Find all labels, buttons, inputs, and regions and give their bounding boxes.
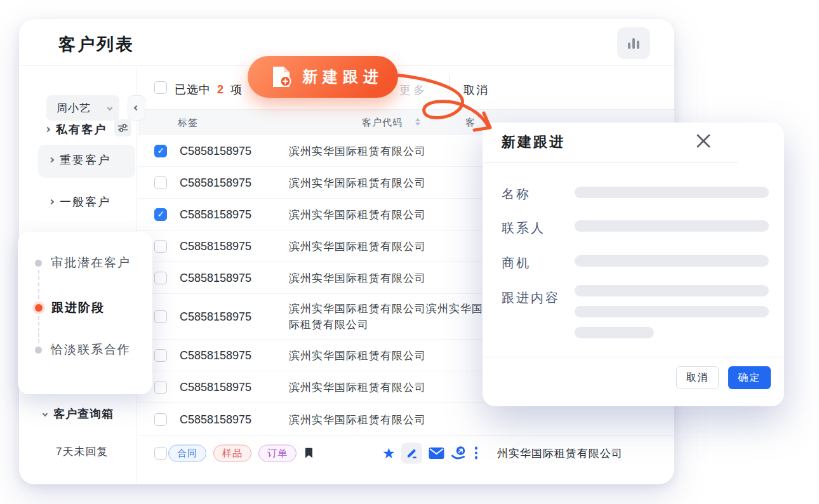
customer-code: C5858158975 xyxy=(180,380,251,394)
stage-label: 恰淡联系合作 xyxy=(51,342,131,358)
column-header-tag: 标签 xyxy=(178,117,198,129)
customer-name: 滨州实华国际租赁有限公司 xyxy=(289,270,491,286)
row-checkbox[interactable] xyxy=(154,310,167,323)
chevron-down-icon xyxy=(107,105,112,110)
sliders-icon xyxy=(118,124,128,132)
bookmark-icon[interactable] xyxy=(305,448,313,458)
modal-cancel-button[interactable]: 取消 xyxy=(676,366,719,389)
table-row: C5858158975 滨州实华国际租赁有限公司 xyxy=(138,403,674,436)
row-checkbox[interactable] xyxy=(154,145,167,157)
tag-contract: 合同 xyxy=(168,444,206,461)
stage-connector xyxy=(38,270,39,299)
field-label-name: 名称 xyxy=(502,185,531,202)
chevron-right-icon xyxy=(49,199,54,204)
field-label-opportunity: 商机 xyxy=(502,255,531,272)
more-dots-icon[interactable] xyxy=(475,447,478,460)
sidebar-item-7day-no-reply[interactable]: 7天未回复 xyxy=(56,444,108,459)
chart-button[interactable] xyxy=(617,27,650,59)
tag-list: 合同 样品 订单 xyxy=(168,444,313,461)
stage-dot-icon xyxy=(35,347,42,354)
document-add-icon xyxy=(272,65,292,88)
modal-header-divider xyxy=(483,162,738,162)
user-select[interactable]: 周小艺 xyxy=(46,95,119,121)
row-checkbox[interactable] xyxy=(154,176,167,189)
row-checkbox[interactable] xyxy=(154,240,167,253)
skeleton-bar xyxy=(575,255,769,267)
sidebar-item-important-customers-label[interactable]: 重要客户 xyxy=(50,152,110,168)
close-icon[interactable] xyxy=(694,131,713,150)
customer-code: C5858158975 xyxy=(180,208,251,221)
table-row-actions: 合同 样品 订单 ★ xyxy=(138,436,674,470)
stage-item-negotiate[interactable]: 恰淡联系合作 xyxy=(18,342,131,358)
tag-order: 订单 xyxy=(258,444,296,461)
page-title: 客户列表 xyxy=(58,33,135,56)
modal-footer-divider xyxy=(483,357,784,357)
row-action-icons: ★ xyxy=(382,442,477,463)
customer-code: C5858158975 xyxy=(180,310,251,323)
stage-label: 审批潜在客户 xyxy=(51,255,131,271)
transfer-icon[interactable] xyxy=(451,446,467,460)
skeleton-bar xyxy=(575,220,769,232)
customer-code: C5858158975 xyxy=(180,176,251,189)
chevron-right-icon xyxy=(45,127,50,132)
edit-icon xyxy=(406,447,418,459)
sidebar-item-label: 重要客户 xyxy=(60,152,110,168)
toolbar-cancel-button[interactable]: 取消 xyxy=(463,83,489,98)
cta-label: 新建跟进 xyxy=(302,67,383,87)
toolbar-divider xyxy=(449,76,450,93)
customer-name: 滨州实华国际租赁有限公司 xyxy=(289,175,491,190)
customer-code: C5858158975 xyxy=(180,271,251,284)
customer-name: 滨州实华国际租赁有限公司 xyxy=(289,379,491,395)
selected-prefix: 已选中 xyxy=(175,83,211,96)
sidebar-item-private-customers[interactable]: 私有客户 xyxy=(46,122,107,137)
row-checkbox[interactable] xyxy=(154,447,167,460)
sidebar-collapse-button[interactable] xyxy=(128,95,145,121)
filter-button[interactable] xyxy=(114,119,131,136)
stage-connector xyxy=(38,316,39,343)
customer-name: 滨州实华国际租赁有限公司 xyxy=(289,347,491,363)
mail-icon[interactable] xyxy=(429,447,444,459)
field-label-content: 跟进内容 xyxy=(502,289,560,307)
tag-sample: 样品 xyxy=(213,444,251,461)
customer-code: C5858158975 xyxy=(180,413,251,426)
field-label-contact: 联系人 xyxy=(502,220,545,237)
stage-item-follow-up[interactable]: 跟进阶段 xyxy=(18,300,105,316)
row-checkbox[interactable] xyxy=(154,381,167,394)
bar-chart-icon xyxy=(628,38,639,49)
sidebar-item-query-box[interactable]: 客户查询箱 xyxy=(43,406,114,421)
stage-item-approve[interactable]: 审批潜在客户 xyxy=(18,255,131,271)
star-icon[interactable]: ★ xyxy=(382,446,396,460)
customer-name: 滨州实华国际租赁有限公司 xyxy=(289,206,491,222)
selected-suffix: 项 xyxy=(230,83,243,96)
sort-toggle[interactable] xyxy=(415,118,420,126)
sidebar-item-label: 客户查询箱 xyxy=(53,406,114,421)
user-name: 周小艺 xyxy=(57,101,91,116)
customer-name: 滨州实华国际租赁有限公司 xyxy=(289,238,491,254)
skeleton-bar xyxy=(575,306,769,317)
sidebar-item-normal-customers[interactable]: 一般客户 xyxy=(50,194,110,209)
new-follow-up-button[interactable]: 新建跟进 xyxy=(248,56,398,98)
selection-toolbar: 已选中 2 项 更多 取消 xyxy=(138,66,674,109)
row-checkbox[interactable] xyxy=(154,413,167,426)
row-checkbox[interactable] xyxy=(154,349,167,362)
modal-title: 新建跟进 xyxy=(502,133,565,152)
stage-popover: 审批潜在客户 跟进阶段 恰淡联系合作 xyxy=(18,232,152,394)
chevron-down-icon xyxy=(43,411,48,416)
select-all-checkbox[interactable] xyxy=(154,81,167,94)
skeleton-bar xyxy=(575,327,654,338)
new-follow-up-modal: 新建跟进 名称 联系人 商机 跟进内容 取消 确定 xyxy=(483,123,784,406)
column-header-code: 客户代码 xyxy=(362,117,403,129)
modal-confirm-button[interactable]: 确定 xyxy=(728,366,771,389)
selected-count-label: 已选中 2 项 xyxy=(175,82,243,97)
selected-count: 2 xyxy=(215,83,227,96)
stage-label: 跟进阶段 xyxy=(51,300,105,316)
customer-code: C5858158975 xyxy=(180,239,251,253)
column-header-name: 客 xyxy=(465,117,476,129)
sidebar-item-label: 一般客户 xyxy=(60,194,110,209)
more-button[interactable]: 更多 xyxy=(399,83,427,98)
customer-name: 滨州实华国际租赁有限公司滨州实华国际租赁有限公司 xyxy=(289,301,491,333)
action-row-company: 州实华国际租赁有限公司 xyxy=(497,446,623,460)
row-checkbox[interactable] xyxy=(154,208,167,221)
row-checkbox[interactable] xyxy=(154,272,167,284)
edit-button[interactable] xyxy=(401,442,422,463)
